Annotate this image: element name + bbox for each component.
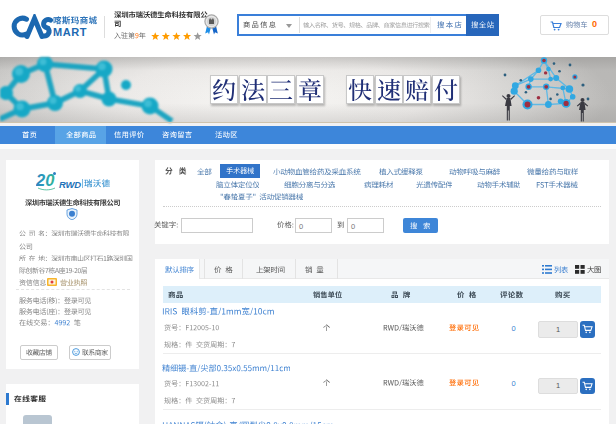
svg-text:20: 20 (36, 171, 55, 189)
